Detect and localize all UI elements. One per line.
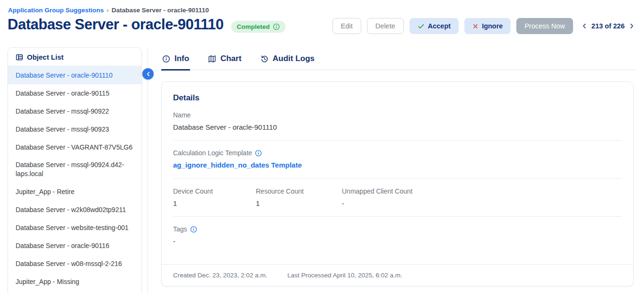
list-item[interactable]: Database Server - w08-mssql-2-216 — [8, 255, 141, 273]
pagination-label: 213 of 226 — [592, 22, 625, 30]
chevron-right-icon[interactable] — [629, 23, 635, 29]
delete-button[interactable]: Delete — [367, 18, 404, 34]
name-value: Database Server - oracle-901110 — [173, 123, 622, 131]
list-item[interactable]: Database Server - mssql-90923 — [8, 120, 141, 138]
accept-button[interactable]: Accept — [409, 18, 459, 34]
breadcrumb: Application Group Suggestions › Database… — [8, 7, 209, 14]
process-now-button[interactable]: Process Now — [516, 18, 573, 34]
list-item[interactable]: Database Server - VAGRANT-87V5LG6 — [8, 138, 141, 156]
tab-info-label: Info — [174, 54, 189, 63]
tab-info[interactable]: Info — [161, 53, 190, 71]
ignore-button[interactable]: Ignore — [464, 18, 511, 34]
table-list-icon — [16, 53, 23, 61]
info-icon — [162, 55, 170, 63]
tab-audit-logs-label: Audit Logs — [273, 54, 315, 63]
object-list-title: Object List — [27, 53, 64, 61]
list-item[interactable]: Database Server - mssql-90924.d42-laps.l… — [8, 156, 141, 183]
pagination: 213 of 226 — [582, 22, 635, 30]
breadcrumb-separator: › — [107, 7, 109, 14]
divider — [173, 216, 622, 217]
list-item[interactable]: Jupiter_App - Missing — [8, 273, 141, 291]
page-title: Database Server - oracle-901110 — [8, 16, 224, 33]
status-badge-label: Completed — [237, 23, 270, 30]
map-icon — [208, 55, 216, 63]
tags-label: Tags — [173, 225, 622, 233]
list-item[interactable]: Database Server - oracle-90115 — [8, 84, 141, 102]
list-item[interactable]: Database Server - website-testing-001 — [8, 219, 141, 237]
calculation-logic-template-label-text: Calculation Logic Template — [173, 149, 252, 157]
unmapped-client-count-value: - — [342, 199, 412, 207]
list-item[interactable]: Database Server - mssql-90922 — [8, 102, 141, 120]
object-list-header: Object List — [8, 48, 141, 66]
list-item[interactable]: Database Server - w2k08wd02tp9211 — [8, 201, 141, 219]
name-label: Name — [173, 111, 622, 119]
resource-count-value: 1 — [256, 199, 342, 207]
unmapped-client-count-label: Unmapped Client Count — [342, 187, 412, 195]
template-link[interactable]: ag_ignore_hidden_no_dates Template — [173, 161, 302, 169]
divider — [173, 140, 622, 141]
page-header: Database Server - oracle-901110 Complete… — [8, 16, 286, 33]
chevron-left-icon[interactable] — [582, 23, 587, 29]
created-timestamp: Created Dec. 23, 2023, 2:02 a.m. — [173, 272, 268, 279]
object-list-panel: Object List Database Server - oracle-901… — [8, 47, 142, 293]
info-icon[interactable] — [190, 226, 197, 233]
x-icon — [472, 23, 479, 29]
edit-button[interactable]: Edit — [332, 18, 361, 34]
details-heading: Details — [173, 93, 622, 103]
device-count-value: 1 — [173, 199, 256, 207]
breadcrumb-link-application-group-suggestions[interactable]: Application Group Suggestions — [8, 7, 104, 14]
tab-bar: Info Chart Audit Logs — [161, 53, 636, 70]
last-processed-timestamp: Last Processed April 10, 2025, 6:02 a.m. — [287, 272, 402, 279]
device-count-label: Device Count — [173, 187, 256, 195]
breadcrumb-current: Database Server - oracle-901110 — [112, 7, 209, 14]
tab-chart[interactable]: Chart — [207, 53, 242, 71]
calculation-logic-template-label: Calculation Logic Template — [173, 149, 622, 157]
accept-button-label: Accept — [428, 22, 451, 30]
tab-audit-logs[interactable]: Audit Logs — [260, 53, 316, 71]
resource-count-label: Resource Count — [256, 187, 342, 195]
status-badge: Completed — [231, 21, 286, 33]
counts-row: Device Count 1 Resource Count 1 Unmapped… — [173, 187, 622, 207]
history-icon — [261, 55, 269, 63]
list-item[interactable]: Database Server - oracle-90116 — [8, 237, 141, 255]
info-icon[interactable] — [273, 23, 280, 30]
sidebar-collapse-button[interactable] — [142, 68, 154, 80]
list-item[interactable]: Database Server - oracle-901110 — [8, 66, 141, 84]
chevron-left-icon — [146, 71, 151, 77]
panel-divider — [148, 47, 148, 293]
tags-value: - — [173, 237, 622, 245]
tags-label-text: Tags — [173, 225, 187, 233]
check-icon — [418, 23, 425, 30]
list-item[interactable]: Jupiter_App - Retire — [8, 183, 141, 201]
card-footer: Created Dec. 23, 2023, 2:02 a.m. Last Pr… — [162, 264, 633, 286]
tab-chart-label: Chart — [220, 54, 241, 63]
details-card: Details Name Database Server - oracle-90… — [161, 81, 634, 286]
action-bar: Edit Delete Accept Ignore Process Now 21… — [332, 18, 635, 34]
divider — [173, 178, 622, 179]
ignore-button-label: Ignore — [482, 22, 503, 30]
info-icon[interactable] — [255, 150, 262, 157]
